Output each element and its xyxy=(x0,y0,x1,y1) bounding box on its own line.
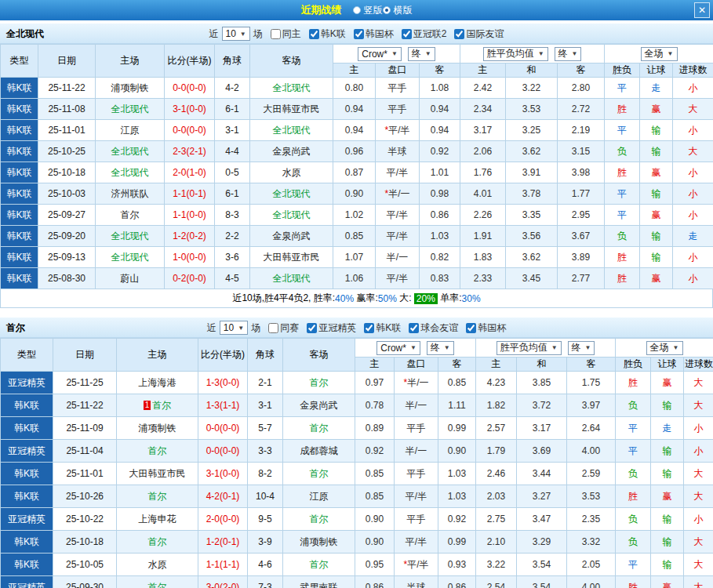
filter-checkbox-1-4[interactable]: 韩国杯 xyxy=(466,321,506,335)
chevron-down-icon: ▼ xyxy=(668,50,674,57)
summary-segment: 20% xyxy=(414,293,438,304)
avg-draw-cell: 3.54 xyxy=(517,554,567,576)
corners-cell: 2-2 xyxy=(215,226,250,247)
filter-checkbox-0-2[interactable]: 韩国杯 xyxy=(354,27,394,41)
away-team-name: 全北现代 xyxy=(273,125,311,136)
avg-metric-select[interactable]: 胜平负均值▼ xyxy=(497,341,562,355)
handicap-result-cell: 输 xyxy=(651,394,684,417)
away-team-name: 首尔 xyxy=(310,468,329,479)
result-cell: 负 xyxy=(605,226,640,247)
avg-final-select[interactable]: 终▼ xyxy=(555,47,582,61)
titlebar: 近期战绩 竖版横版 ✕ xyxy=(0,0,713,20)
filter-checkbox-1-3[interactable]: 球会友谊 xyxy=(409,321,458,335)
away-odds-cell: 1.01 xyxy=(420,162,460,183)
column-header: 类型 xyxy=(1,45,38,78)
avg-metric-select[interactable]: 胜平负均值▼ xyxy=(483,47,548,61)
filter-checkbox-1-1[interactable]: 亚冠精英 xyxy=(307,321,356,335)
checkbox-input[interactable] xyxy=(402,29,412,39)
checkbox-input[interactable] xyxy=(309,29,319,39)
filter-checkbox-0-4[interactable]: 国际友谊 xyxy=(454,27,504,41)
checkbox-input[interactable] xyxy=(409,323,419,333)
checkbox-input[interactable] xyxy=(354,29,364,39)
filter-checkbox-1-0[interactable]: 同赛 xyxy=(268,321,299,335)
away-odds-cell: 0.99 xyxy=(438,417,476,440)
home-team-cell: 大田韩亚市民 xyxy=(117,463,198,485)
away-team-name: 全北现代 xyxy=(273,273,311,284)
avg-final-select[interactable]: 终▼ xyxy=(568,341,595,355)
sub-column-header: 胜负 xyxy=(616,358,651,372)
odds-final-select[interactable]: 终▼ xyxy=(427,341,454,355)
home-team-name: 浦项制铁 xyxy=(139,423,176,434)
score-cell: 3-1(0-0) xyxy=(165,99,215,120)
away-team-cell: 首尔 xyxy=(283,417,355,440)
asterisk-marker: * xyxy=(384,188,388,199)
checkbox-input[interactable] xyxy=(307,323,317,333)
scope-select[interactable]: 全场▼ xyxy=(646,341,683,355)
filter-checkbox-0-0[interactable]: 同主 xyxy=(271,27,301,41)
date-cell: 25-11-08 xyxy=(38,99,96,120)
away-odds-cell: 0.83 xyxy=(420,268,460,289)
odds-final-select-value: 终 xyxy=(431,341,440,354)
chevron-down-icon: ▼ xyxy=(410,344,417,351)
result-cell: 平 xyxy=(616,417,651,440)
layout-radio-1[interactable]: 横版 xyxy=(383,4,413,17)
filter-checkbox-0-1[interactable]: 韩K联 xyxy=(309,27,346,41)
chevron-down-icon: ▼ xyxy=(238,325,244,332)
summary-segment: 赢率: xyxy=(354,292,378,305)
match-count-select[interactable]: 10▼ xyxy=(222,27,250,41)
column-header: 客场 xyxy=(283,339,355,372)
handicap-result-cell: 走 xyxy=(651,417,684,440)
away-odds-cell: 1.03 xyxy=(420,226,460,247)
match-row: 韩K联25-11-01江原0-0(0-0)3-1全北现代0.94*平/半0.94… xyxy=(1,120,713,141)
filter-prefix: 近 xyxy=(207,321,216,335)
home-team-cell: 1首尔 xyxy=(117,394,198,417)
odds-company-select[interactable]: Crow*▼ xyxy=(377,341,420,355)
avg-away-cell: 2.72 xyxy=(558,99,605,120)
score-cell: 0-0(0-0) xyxy=(165,78,215,99)
home-odds-cell: 0.90 xyxy=(355,508,395,531)
score-cell: 0-0(0-0) xyxy=(165,120,215,141)
checkbox-input[interactable] xyxy=(268,323,278,333)
checkbox-input[interactable] xyxy=(364,323,374,333)
filter-checkbox-0-3[interactable]: 亚冠联2 xyxy=(402,27,447,41)
corners-cell: 7-3 xyxy=(248,576,283,588)
sub-column-header: 客 xyxy=(558,64,605,78)
away-odds-cell: 1.03 xyxy=(438,485,476,508)
checkbox-input[interactable] xyxy=(271,29,281,39)
home-team-name: 水原 xyxy=(148,559,167,570)
match-count-select-value: 10 xyxy=(224,322,234,333)
away-team-cell: 浦项制铁 xyxy=(283,531,355,554)
home-odds-cell: 0.96 xyxy=(333,141,376,162)
result-cell: 负 xyxy=(616,463,651,485)
home-team-name: 首尔 xyxy=(148,445,167,456)
checkbox-label: 亚冠精英 xyxy=(318,321,356,335)
filter-checkbox-1-2[interactable]: 韩K联 xyxy=(364,321,401,335)
checkbox-label: 韩国杯 xyxy=(478,321,506,335)
checkbox-input[interactable] xyxy=(454,29,464,39)
titlebar-center: 近期战绩 竖版横版 xyxy=(301,3,413,17)
checkbox-input[interactable] xyxy=(466,323,476,333)
away-team-name: 全北现代 xyxy=(273,209,311,220)
away-team-cell: 成都蓉城 xyxy=(283,440,355,463)
score-cell: 1-0(0-0) xyxy=(165,247,215,268)
match-row: 亚冠精英25-09-30首尔3-0(2-0)7-3武里南联0.86半球0.862… xyxy=(1,576,713,588)
handicap-cell: *平/半 xyxy=(395,554,438,576)
away-team-name: 成都蓉城 xyxy=(300,445,338,456)
match-row: 亚冠精英25-11-04首尔0-0(0-0)3-3成都蓉城0.92半/一0.90… xyxy=(1,440,713,463)
odds-final-select[interactable]: 终▼ xyxy=(408,47,435,61)
layout-radio-0[interactable]: 竖版 xyxy=(353,4,383,17)
layout-radio-group: 竖版横版 xyxy=(353,4,413,17)
scope-select[interactable]: 全场▼ xyxy=(641,47,678,61)
corners-cell: 3-9 xyxy=(248,531,283,554)
column-header: 日期 xyxy=(53,339,117,372)
away-team-cell: 金泉尚武 xyxy=(250,226,333,247)
handicap-cell: 平手 xyxy=(376,99,420,120)
odds-company-select[interactable]: Crow*▼ xyxy=(358,47,402,61)
close-icon[interactable]: ✕ xyxy=(694,2,710,18)
handicap-result-cell: 输 xyxy=(651,554,684,576)
goals-result-cell: 走 xyxy=(673,226,713,247)
score-cell: 0-0(0-0) xyxy=(198,417,248,440)
match-count-select[interactable]: 10▼ xyxy=(220,321,248,335)
scope-select-value: 全场 xyxy=(650,341,669,354)
filter-suffix: 场 xyxy=(251,321,260,335)
